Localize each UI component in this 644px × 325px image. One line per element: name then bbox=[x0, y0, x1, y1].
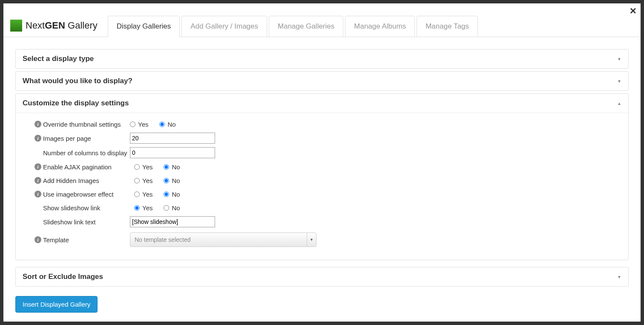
tab-manage-albums[interactable]: Manage Albums bbox=[345, 16, 415, 37]
caret-down-icon: ▼ bbox=[617, 57, 621, 61]
tab-add-gallery[interactable]: Add Gallery / Images bbox=[181, 16, 267, 37]
accordion-select-type: Select a display type ▼ bbox=[15, 49, 629, 69]
label-override-thumb: Override thumbnail settings bbox=[43, 121, 121, 128]
row-ajax: i Enable AJAX pagination Yes No bbox=[34, 162, 621, 172]
info-icon[interactable]: i bbox=[34, 163, 41, 170]
label-ajax: Enable AJAX pagination bbox=[43, 163, 112, 171]
input-columns[interactable] bbox=[130, 147, 215, 158]
chevron-down-icon: ▼ bbox=[307, 233, 316, 247]
row-hidden: i Add Hidden Images Yes No bbox=[34, 175, 621, 186]
tab-manage-galleries[interactable]: Manage Galleries bbox=[269, 16, 343, 37]
row-images-per-page: i Images per page bbox=[34, 133, 621, 144]
label-slideshow-link: Show slideshow link bbox=[43, 204, 100, 212]
row-template: i Template No template selected ▼ bbox=[34, 232, 621, 247]
label-images-per-page: Images per page bbox=[43, 135, 91, 142]
template-select[interactable]: No template selected ▼ bbox=[130, 232, 316, 247]
label-imagebrowser: Use imagebrowser effect bbox=[43, 191, 114, 198]
radio-override-no[interactable]: No bbox=[159, 121, 175, 128]
input-slideshow-text[interactable] bbox=[130, 216, 215, 227]
accordion-header-customize[interactable]: Customize the display settings ▲ bbox=[16, 94, 628, 113]
content-area: Select a display type ▼ What would you l… bbox=[3, 37, 641, 321]
radio-override-yes[interactable]: Yes bbox=[130, 121, 148, 128]
brand-text: NextGEN Gallery bbox=[26, 20, 98, 31]
tabs: Display Galleries Add Gallery / Images M… bbox=[108, 15, 478, 37]
accordion-what-display: What would you like to display? ▼ bbox=[15, 71, 629, 91]
accordion-title: What would you like to display? bbox=[23, 77, 132, 85]
label-slideshow-text: Slideshow link text bbox=[43, 218, 95, 226]
row-slideshow-link: Show slideshow link Yes No bbox=[34, 203, 621, 213]
accordion-header-what-display[interactable]: What would you like to display? ▼ bbox=[16, 72, 628, 90]
accordion-header-select-type[interactable]: Select a display type ▼ bbox=[16, 49, 628, 68]
caret-down-icon: ▼ bbox=[617, 79, 621, 84]
row-override-thumb: i Override thumbnail settings Yes No bbox=[34, 119, 621, 129]
accordion-customize: Customize the display settings ▲ i Overr… bbox=[15, 93, 629, 260]
row-columns: Number of columns to display bbox=[34, 147, 621, 158]
info-icon[interactable]: i bbox=[34, 236, 41, 243]
input-images-per-page[interactable] bbox=[130, 133, 215, 144]
template-placeholder: No template selected bbox=[135, 236, 191, 243]
accordion-title: Select a display type bbox=[23, 55, 94, 63]
radio-ib-yes[interactable]: Yes bbox=[134, 191, 152, 198]
label-columns: Number of columns to display bbox=[43, 149, 127, 157]
radio-ajax-no[interactable]: No bbox=[164, 163, 180, 171]
tab-display-galleries[interactable]: Display Galleries bbox=[108, 16, 180, 37]
radio-hidden-yes[interactable]: Yes bbox=[134, 177, 152, 184]
row-imagebrowser: i Use imagebrowser effect Yes No bbox=[34, 189, 621, 199]
brand: NextGEN Gallery bbox=[8, 16, 102, 37]
accordion-title: Sort or Exclude Images bbox=[23, 273, 103, 281]
caret-down-icon: ▼ bbox=[617, 275, 621, 279]
info-icon[interactable]: i bbox=[34, 177, 41, 184]
radio-ajax-yes[interactable]: Yes bbox=[134, 163, 152, 171]
info-icon[interactable]: i bbox=[34, 121, 41, 128]
brand-logo-icon bbox=[10, 20, 22, 32]
label-hidden: Add Hidden Images bbox=[43, 177, 99, 184]
row-slideshow-text: Slideshow link text bbox=[34, 216, 621, 227]
radio-hidden-no[interactable]: No bbox=[164, 177, 180, 184]
accordion-body-customize: i Override thumbnail settings Yes No i I… bbox=[16, 113, 628, 260]
header-tabs-row: NextGEN Gallery Display Galleries Add Ga… bbox=[3, 15, 641, 37]
close-icon[interactable]: × bbox=[630, 5, 636, 16]
modal-dialog: × NextGEN Gallery Display Galleries Add … bbox=[3, 3, 641, 322]
radio-sl-no[interactable]: No bbox=[164, 204, 180, 212]
accordion-sort-exclude: Sort or Exclude Images ▼ bbox=[15, 267, 629, 287]
insert-gallery-button[interactable]: Insert Displayed Gallery bbox=[15, 296, 98, 313]
caret-up-icon: ▲ bbox=[617, 101, 621, 106]
info-icon[interactable]: i bbox=[34, 135, 41, 142]
radio-sl-yes[interactable]: Yes bbox=[134, 204, 152, 212]
radio-ib-no[interactable]: No bbox=[164, 191, 180, 198]
label-template: Template bbox=[43, 236, 69, 244]
info-icon[interactable]: i bbox=[34, 191, 41, 197]
tab-manage-tags[interactable]: Manage Tags bbox=[417, 16, 478, 37]
accordion-title: Customize the display settings bbox=[23, 99, 129, 107]
accordion-header-sort-exclude[interactable]: Sort or Exclude Images ▼ bbox=[16, 267, 628, 286]
